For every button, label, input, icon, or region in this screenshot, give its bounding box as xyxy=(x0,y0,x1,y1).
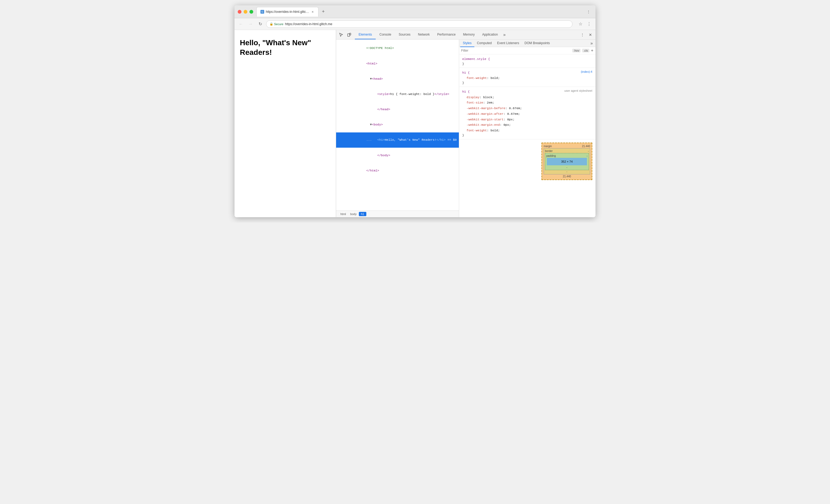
h1-custom-source[interactable]: (index):4 xyxy=(581,70,592,76)
tabs-overflow-button[interactable]: » xyxy=(502,32,507,37)
ua-prop-font-weight: font-weight: bold; xyxy=(462,128,592,133)
styles-tab-computed[interactable]: Computed xyxy=(474,40,494,47)
address-bar: ← → ↻ 🔒 Secure https://overrides-in-html… xyxy=(234,18,596,30)
tree-line-html-close[interactable]: </html> xyxy=(336,163,459,178)
menu-button[interactable]: ⋮ xyxy=(585,20,593,28)
styles-filter-right: :hov .cls + xyxy=(572,48,593,53)
settings-button[interactable]: ⋮ xyxy=(585,8,592,15)
breadcrumb-html[interactable]: html xyxy=(338,212,348,216)
lock-icon: 🔒 xyxy=(269,22,273,26)
back-button[interactable]: ← xyxy=(237,20,245,28)
tab-label: https://overrides-in-html.glitc… xyxy=(266,10,309,13)
html-tag: <html> xyxy=(366,62,377,65)
refresh-button[interactable]: ↻ xyxy=(256,20,264,28)
tree-line-head-close[interactable]: </head> xyxy=(336,102,459,117)
breadcrumb-h1[interactable]: h1 xyxy=(359,212,366,216)
address-input[interactable]: 🔒 Secure https://overrides-in-html.glitc… xyxy=(266,20,573,28)
tab-performance[interactable]: Performance xyxy=(434,30,459,39)
filter-add-button[interactable]: + xyxy=(591,48,593,53)
style-separator-1 xyxy=(459,68,596,68)
style-close-tag: </style> xyxy=(435,92,449,96)
maximize-traffic-light[interactable] xyxy=(250,10,253,13)
breadcrumb-body[interactable]: body xyxy=(348,212,359,216)
styles-tab-dom-breakpoints[interactable]: DOM Breakpoints xyxy=(522,40,553,47)
tree-line-body[interactable]: ▼<body> xyxy=(336,117,459,132)
styles-panel: Styles Computed Event Listeners DOM Brea… xyxy=(459,40,596,217)
devtools-panel: Elements Console Sources Network Perform… xyxy=(336,30,596,217)
ellipsis: ... xyxy=(366,138,377,141)
styles-tabs: Styles Computed Event Listeners DOM Brea… xyxy=(459,40,596,47)
tree-line-doctype[interactable]: <!DOCTYPE html> xyxy=(336,41,459,56)
styles-filter-bar: :hov .cls + xyxy=(459,47,596,54)
element-picker-button[interactable] xyxy=(338,31,345,38)
ua-margin-end: -webkit-margin-end: 0px; xyxy=(467,123,511,127)
style-selector-element: element.style { xyxy=(462,57,592,62)
tab-network[interactable]: Network xyxy=(414,30,434,39)
bookmark-button[interactable]: ☆ xyxy=(577,20,584,28)
box-model-margin-bottom-val: 21.440 xyxy=(544,175,590,178)
tab-favicon: G xyxy=(260,10,264,13)
ua-margin-before: -webkit-margin-before: 0.67em; xyxy=(467,106,522,110)
style-separator-2 xyxy=(459,87,596,87)
device-toggle-button[interactable] xyxy=(346,31,353,38)
styles-tab-event-listeners[interactable]: Event Listeners xyxy=(494,40,522,47)
tab-elements[interactable]: Elements xyxy=(355,30,376,39)
doctype-text: <!DOCTYPE html> xyxy=(366,46,394,50)
tab-memory[interactable]: Memory xyxy=(459,30,478,39)
tree-line-h1[interactable]: ... <h1>Hello, "What's New" Readers!</h1… xyxy=(336,132,459,148)
styles-filter-input[interactable] xyxy=(461,49,570,53)
page-heading: Hello, "What's New" Readers! xyxy=(240,38,330,58)
close-traffic-light[interactable] xyxy=(238,10,242,13)
tab-application[interactable]: Application xyxy=(478,30,502,39)
styles-tab-styles[interactable]: Styles xyxy=(460,40,474,47)
elements-panel: <!DOCTYPE html> <html> ▼<head> <style>h1… xyxy=(336,40,459,217)
box-model-border-val: - xyxy=(588,150,589,153)
dollar-zero: == $0 xyxy=(445,138,456,141)
new-tab-button[interactable]: + xyxy=(320,8,327,15)
box-model-diagram: margin 21.440 border - xyxy=(541,143,592,180)
window-controls: ⋮ xyxy=(585,8,592,15)
browser-tab[interactable]: G https://overrides-in-html.glitc… ✕ xyxy=(256,7,318,17)
box-model-content-size: 352 × 74 xyxy=(561,160,573,163)
body-tag: <body> xyxy=(372,123,383,126)
styles-content: element.style { } h1 { (index):4 xyxy=(459,54,596,217)
ua-prop-margin-start: -webkit-margin-start: 0px; xyxy=(462,117,592,123)
ua-prop-font-size: font-size: 2em; xyxy=(462,100,592,106)
styles-tabs-overflow[interactable]: » xyxy=(589,41,595,46)
prop-name: font-weight xyxy=(467,76,487,80)
devtools-settings-button[interactable]: ⋮ xyxy=(579,31,586,38)
tab-sources[interactable]: Sources xyxy=(395,30,414,39)
filter-cls-button[interactable]: .cls xyxy=(582,49,589,53)
devtools-close-button[interactable]: ✕ xyxy=(587,31,594,38)
forward-button[interactable]: → xyxy=(247,20,254,28)
minimize-traffic-light[interactable] xyxy=(244,10,247,13)
box-model-padding-label: padding xyxy=(546,154,556,157)
style-close-element: } xyxy=(462,62,592,66)
page-viewport: Hello, "What's New" Readers! xyxy=(234,30,336,217)
tab-console[interactable]: Console xyxy=(376,30,395,39)
box-model-margin-top-val: 21.440 xyxy=(582,145,590,148)
element-style-selector: element.style { xyxy=(462,57,490,61)
tree-line-style[interactable]: <style>h1 { font-weight: bold }</style> xyxy=(336,87,459,102)
ua-prop-margin-after: -webkit-margin-after: 0.67em; xyxy=(462,111,592,117)
tree-line-head[interactable]: ▼<head> xyxy=(336,71,459,86)
style-separator-3 xyxy=(459,139,596,139)
ua-font-size: font-size: 2em; xyxy=(467,101,494,104)
style-block-h1-custom: h1 { (index):4 font-weight: bold; } xyxy=(459,69,596,86)
close-brace-element: } xyxy=(462,62,464,66)
h1-custom-selector: h1 { xyxy=(462,70,470,76)
browser-content: Hello, "What's New" Readers! xyxy=(234,30,596,217)
head-tag: <head> xyxy=(372,77,383,81)
filter-hov-button[interactable]: :hov xyxy=(572,49,580,53)
devtools-icons xyxy=(338,31,353,38)
ua-font-weight: font-weight: bold; xyxy=(467,129,500,132)
box-model-padding-bottom-val: - xyxy=(546,166,587,169)
style-block-h1-ua: h1 { user agent stylesheet display: bloc… xyxy=(459,88,596,138)
tab-close-button[interactable]: ✕ xyxy=(311,10,315,13)
tree-line-body-close[interactable]: </body> xyxy=(336,148,459,163)
address-right-actions: ☆ ⋮ xyxy=(577,20,593,28)
box-model-content-area: 352 × 74 xyxy=(547,158,587,165)
h1-open-tag: <h1> xyxy=(377,138,385,141)
tree-line-html[interactable]: <html> xyxy=(336,56,459,71)
prop-value: bold xyxy=(491,76,498,80)
